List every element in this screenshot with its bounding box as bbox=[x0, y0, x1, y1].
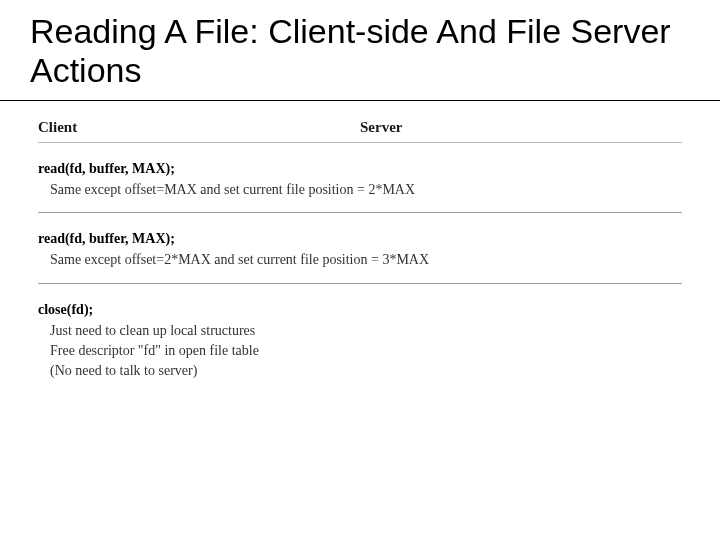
body-line: Same except offset=MAX and set current f… bbox=[38, 180, 682, 200]
syscall-line: read(fd, buffer, MAX); bbox=[38, 161, 682, 177]
body-line: (No need to talk to server) bbox=[38, 361, 682, 381]
body-line: Same except offset=2*MAX and set current… bbox=[38, 250, 682, 270]
body-line: Just need to clean up local structures bbox=[38, 321, 682, 341]
syscall-line: close(fd); bbox=[38, 302, 682, 318]
section-read-1: read(fd, buffer, MAX); Same except offse… bbox=[38, 161, 682, 213]
column-header-client: Client bbox=[38, 119, 360, 136]
slide-content: Client Server read(fd, buffer, MAX); Sam… bbox=[0, 119, 720, 393]
column-header-server: Server bbox=[360, 119, 682, 136]
section-read-2: read(fd, buffer, MAX); Same except offse… bbox=[38, 231, 682, 283]
slide-title: Reading A File: Client-side And File Ser… bbox=[0, 0, 720, 101]
body-line: Free descriptor "fd" in open file table bbox=[38, 341, 682, 361]
section-close: close(fd); Just need to clean up local s… bbox=[38, 302, 682, 394]
syscall-line: read(fd, buffer, MAX); bbox=[38, 231, 682, 247]
column-header-row: Client Server bbox=[38, 119, 682, 143]
